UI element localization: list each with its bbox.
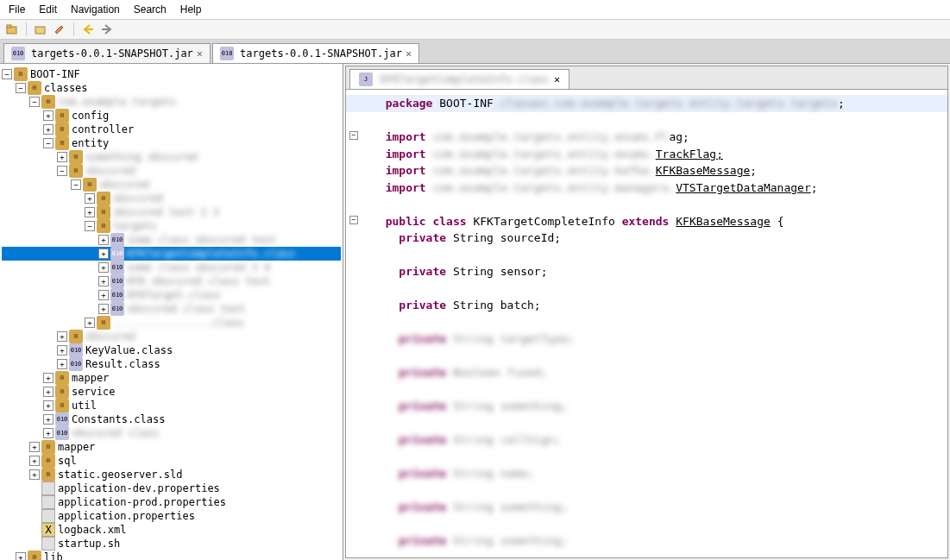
tree-node-service[interactable]: +⊞service — [2, 385, 341, 399]
expand-icon[interactable]: + — [98, 290, 109, 300]
tree-node-classes[interactable]: −⊞classes — [2, 81, 341, 95]
class-icon: 010 — [69, 343, 83, 357]
expand-icon[interactable]: + — [43, 428, 53, 438]
expand-icon[interactable]: + — [85, 193, 95, 204]
collapse-icon[interactable]: − — [2, 69, 12, 79]
package-explorer[interactable]: −⊞BOOT-INF −⊞classes −⊞com.example.targe… — [0, 64, 343, 560]
expand-icon[interactable]: + — [98, 276, 109, 286]
tree-node-controller[interactable]: +⊞controller — [2, 123, 341, 136]
tree-node-appdev[interactable]: application-dev.properties — [2, 481, 341, 495]
tree-node[interactable]: +⊞................class — [2, 316, 341, 330]
tree-node-mapper2[interactable]: +⊞mapper — [2, 440, 341, 454]
expand-icon[interactable]: + — [29, 469, 40, 480]
back-arrow-icon[interactable] — [81, 22, 95, 36]
tree-node[interactable]: +⊞obscured — [2, 330, 341, 343]
open-icon[interactable] — [5, 22, 19, 36]
class-icon: 010 — [55, 412, 69, 426]
tree-node-config[interactable]: +⊞config — [2, 109, 341, 123]
tree-node[interactable]: +⊞something obscured — [2, 150, 341, 164]
expand-icon[interactable]: + — [85, 207, 95, 217]
tree-node-app[interactable]: application.properties — [2, 509, 341, 523]
package-icon: ⊞ — [97, 316, 110, 330]
tree-node-lib[interactable]: +⊞lib — [2, 551, 341, 560]
tree-node[interactable]: +010KFKTarget.class — [2, 288, 341, 302]
menu-navigation[interactable]: Navigation — [66, 2, 125, 17]
package-icon: ⊞ — [69, 330, 83, 343]
menu-edit[interactable]: Edit — [34, 2, 62, 17]
tree-node-constants[interactable]: +010Constants.class — [2, 412, 341, 426]
expand-icon[interactable]: + — [98, 304, 109, 314]
class-icon: 010 — [110, 274, 124, 288]
collapse-icon[interactable]: − — [29, 97, 40, 107]
expand-icon[interactable]: + — [85, 318, 95, 328]
tree-node-util[interactable]: +⊞util — [2, 399, 341, 412]
expand-icon[interactable]: + — [43, 110, 53, 121]
close-icon[interactable]: ✕ — [197, 47, 203, 60]
class-icon: 010 — [110, 302, 124, 316]
tree-node[interactable]: +010KFK obscured class text — [2, 274, 341, 288]
code-line: private String callSign; — [372, 431, 922, 449]
code-editor[interactable]: package BOOT-INF.classes.com.example.tar… — [346, 90, 947, 557]
close-icon[interactable]: ✕ — [406, 47, 412, 60]
tree-node-result[interactable]: +010Result.class — [2, 357, 341, 371]
collapse-icon[interactable]: − — [16, 83, 26, 93]
expand-icon[interactable]: + — [43, 373, 53, 383]
expand-icon[interactable]: + — [29, 456, 40, 466]
editor-tab[interactable]: J KFKTargetCompleteInfo.class ✕ — [349, 69, 569, 89]
collapse-icon[interactable]: − — [57, 166, 67, 176]
tree-node-bootinf[interactable]: −⊞BOOT-INF — [2, 67, 341, 81]
menu-search[interactable]: Search — [129, 2, 172, 17]
folder-icon[interactable] — [34, 22, 47, 36]
expand-icon[interactable]: + — [57, 331, 67, 342]
fold-icon[interactable]: − — [349, 131, 358, 140]
code-line: import com.example.targets.entity.manage… — [372, 179, 922, 197]
collapse-icon[interactable]: − — [43, 138, 53, 148]
expand-icon[interactable]: + — [98, 249, 109, 259]
tree-node-mapper[interactable]: +⊞mapper — [2, 371, 341, 385]
expand-icon[interactable]: + — [98, 235, 109, 245]
expand-icon[interactable]: + — [16, 552, 26, 560]
fold-icon[interactable]: − — [349, 216, 358, 224]
tree-node[interactable]: +010obscured class text — [2, 302, 341, 316]
expand-icon[interactable]: + — [98, 262, 109, 273]
tree-node[interactable]: +⊞obscured text 2 3 — [2, 205, 341, 219]
forward-arrow-icon[interactable] — [100, 22, 114, 36]
code-line — [372, 516, 922, 533]
tab-jar-2[interactable]: 010 targets-0.0.1-SNAPSHOT.jar ✕ — [212, 43, 419, 63]
collapse-icon[interactable]: − — [71, 179, 81, 190]
tree-node[interactable]: +010some class obscured text — [2, 233, 341, 247]
tree-node[interactable]: +⊞obscured — [2, 192, 341, 205]
tree-node-appprod[interactable]: application-prod.properties — [2, 495, 341, 509]
expand-icon[interactable]: + — [43, 414, 53, 425]
tab-label: targets-0.0.1-SNAPSHOT.jar — [240, 47, 402, 60]
expand-icon[interactable]: + — [43, 124, 53, 135]
menu-file[interactable]: File — [3, 2, 30, 17]
code-line: package BOOT-INF.classes.com.example.tar… — [372, 95, 922, 112]
collapse-icon[interactable]: − — [85, 221, 95, 231]
tab-jar-1[interactable]: 010 targets-0.0.1-SNAPSHOT.jar ✕ — [3, 43, 211, 63]
tree-node-selected[interactable]: +010KFKTargetCompleteInfo.class — [2, 247, 341, 261]
tree-node-entity[interactable]: −⊞entity — [2, 136, 341, 150]
tree-node-sql[interactable]: +⊞sql — [2, 454, 341, 468]
expand-icon[interactable]: + — [57, 359, 67, 369]
menu-help[interactable]: Help — [175, 2, 207, 17]
close-icon[interactable]: ✕ — [554, 73, 560, 85]
tree-node-startup[interactable]: startup.sh — [2, 537, 341, 551]
tree-node[interactable]: −⊞obscured — [2, 178, 341, 192]
expand-icon[interactable]: + — [57, 152, 67, 162]
tree-node[interactable]: −⊞targets — [2, 219, 341, 233]
expand-icon[interactable]: + — [57, 345, 67, 356]
edit-icon[interactable] — [53, 22, 66, 36]
expand-icon[interactable]: + — [43, 387, 53, 397]
expand-icon[interactable]: + — [43, 400, 53, 411]
package-icon: ⊞ — [69, 164, 83, 178]
tree-node[interactable]: +010obscured class — [2, 426, 341, 440]
tree-node-logback[interactable]: Xlogback.xml — [2, 523, 341, 537]
tree-node[interactable]: −⊞obscured — [2, 164, 341, 178]
tree-node[interactable]: +010some class obscured 3 4 — [2, 261, 341, 274]
tree-node[interactable]: −⊞com.example.targets — [2, 95, 341, 109]
expand-icon[interactable]: + — [29, 442, 40, 452]
tree-node-keyvalue[interactable]: +010KeyValue.class — [2, 343, 341, 357]
tree-node-geoserver[interactable]: +⊞static.geoserver.sld — [2, 468, 341, 481]
code-line: private String something; — [372, 499, 922, 516]
